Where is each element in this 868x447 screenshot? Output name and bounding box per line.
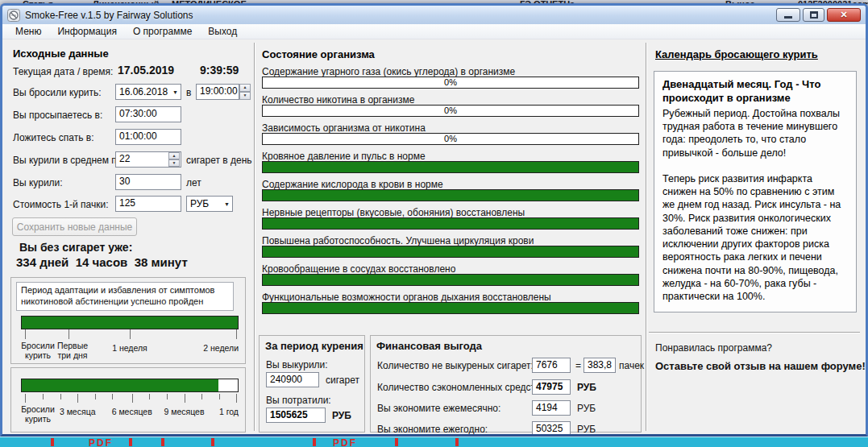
pdf-icon-fragment	[51, 438, 54, 446]
body-state-bar: 0%	[262, 77, 639, 89]
bar-fill	[263, 218, 638, 229]
adaptation-note: Период адаптации и избавления от симптом…	[16, 282, 234, 311]
calendar-entry-box: Двенадцатый месяц. Год - Что происходит …	[654, 71, 857, 312]
quit-conj-label: в	[186, 87, 191, 98]
maximize-button[interactable]	[803, 8, 824, 22]
body-state-bar	[262, 302, 639, 314]
bar-percent: 0%	[263, 106, 638, 115]
timeline-1y-bar	[21, 379, 239, 392]
packs-field: 383,8	[584, 358, 616, 373]
menu-item-exit[interactable]: Выход	[200, 24, 245, 39]
finance-row-label: Вы экономите ежемесячно:	[377, 403, 500, 414]
spinner-up-icon: ▲	[168, 152, 180, 159]
currency-value: РУБ	[190, 198, 209, 209]
tick-label: 2 недели	[203, 343, 239, 353]
body-state-label: Содержание угарного газа (окись углерода…	[262, 66, 515, 77]
sleep-time-field[interactable]: 01:00:00	[115, 129, 181, 145]
bar-fill	[263, 275, 638, 285]
year-timeline-group: Бросили курить 3 месяца 6 месяцев 9 меся…	[10, 367, 246, 433]
timeline-1y-fill	[22, 379, 218, 391]
quit-date-label: Вы бросили курить:	[13, 87, 102, 98]
packs-unit: пачек	[619, 360, 644, 371]
tick-label: 1 неделя	[112, 343, 147, 353]
quit-date-combobox[interactable]: 16.06.2018 ▼	[115, 84, 181, 100]
smoked-unit: сигарет	[326, 375, 359, 386]
finance-title: Финансовая выгода	[376, 340, 482, 352]
finance-row-label: Количество не выкуреных сигарет:	[377, 360, 534, 371]
minimize-button[interactable]	[776, 8, 800, 22]
finance-row-label: Вы экономите ежегодно:	[377, 424, 488, 434]
bar-fill	[263, 246, 638, 257]
years-smoked-field[interactable]: 30	[115, 174, 181, 190]
titlebar: Smoke-Free v.1.5 by Fairway Solutions ✕	[2, 6, 866, 24]
currency-combobox[interactable]: РУБ ▼	[186, 196, 233, 212]
menu-item-information[interactable]: Информация	[49, 24, 124, 39]
bar-fill	[263, 303, 638, 313]
close-button[interactable]: ✕	[827, 8, 861, 22]
pdf-icon-label: PDF	[89, 437, 113, 447]
avg-cigarettes-spinner[interactable]: ▲ ▼	[168, 152, 180, 167]
body-state-label: Зависимость организма от никотина	[262, 122, 426, 134]
spinner-up-icon: ▲	[239, 84, 251, 92]
window-title: Smoke-Free v.1.5 by Fairway Solutions	[25, 10, 776, 21]
body-state-label: Нервные рецепторы (вкусовые, обоняния) в…	[262, 207, 525, 218]
menu-item-menu[interactable]: Меню	[7, 24, 49, 39]
monthly-savings-field[interactable]: 4194	[532, 400, 571, 416]
current-time: 9:39:59	[200, 64, 239, 77]
current-datetime-label: Текущая дата / время:	[13, 66, 113, 77]
feedback-question: Понравилась программа?	[655, 342, 772, 354]
body-state-bar	[262, 274, 639, 286]
tick-label: 3 месяца	[60, 407, 96, 416]
tick-label: 9 месяцев	[164, 407, 204, 416]
body-state-bar: 0%	[262, 105, 639, 117]
body-state-bar	[262, 161, 639, 173]
calendar-paragraph: Теперь риск развития инфаркта снижен на …	[662, 172, 848, 304]
tick-label: 6 месяцев	[112, 407, 152, 416]
yearly-savings-field[interactable]: 50325	[532, 421, 571, 434]
body-state-bar	[262, 189, 639, 201]
avg-cigarettes-suffix: сигарет в день	[186, 155, 252, 166]
close-icon: ✕	[840, 10, 847, 20]
pdf-icon-fragment	[161, 438, 164, 446]
pdf-icon-fragment	[211, 438, 214, 446]
finance-group: Финансовая выгода Количество не выкурены…	[370, 335, 642, 433]
quit-time-field[interactable]: 19:00:00	[196, 84, 239, 100]
spinner-down-icon: ▼	[168, 159, 180, 167]
pdf-icon-fragment	[129, 438, 132, 446]
unsmoked-cigarettes-field[interactable]: 7676	[532, 358, 571, 373]
body-state-label: Содержание кислорода в крови в норме	[262, 179, 443, 190]
body-state-label: Количество никотина в организме	[262, 94, 414, 106]
spent-value-field[interactable]: 1505625	[266, 408, 326, 423]
smoking-period-group: За период курения Вы выкурили: 240900 си…	[259, 335, 365, 433]
chevron-down-icon: ▼	[172, 89, 178, 95]
tick-label: 1 год	[219, 407, 239, 416]
maximize-icon	[810, 11, 818, 19]
pack-price-label: Стоимость 1-й пачки:	[13, 199, 109, 210]
pack-price-field[interactable]: 125	[115, 196, 181, 212]
app-window: Smoke-Free v.1.5 by Fairway Solutions ✕ …	[0, 3, 868, 437]
calendar-entry-title: Двенадцатый месяц. Год - Что происходит …	[662, 78, 848, 106]
right-panel-separator	[649, 332, 860, 333]
since-title: Вы без сигарет уже:	[19, 241, 132, 254]
save-button[interactable]: Сохранить новые данные	[12, 217, 137, 236]
avg-cigarettes-label: Вы курили в среднем по:	[13, 155, 125, 166]
bar-percent: 0%	[263, 134, 638, 143]
client-area: Исходные данные Текущая дата / время: 17…	[2, 39, 866, 434]
saved-money-field[interactable]: 47975	[532, 379, 571, 395]
quit-date-value: 16.06.2018	[119, 86, 168, 97]
menu-item-about[interactable]: О программе	[125, 24, 200, 39]
tick-label: Первые три дня	[53, 341, 92, 360]
desktop-strip: PDF PDF	[0, 437, 868, 447]
bar-percent: 0%	[263, 77, 638, 87]
body-state-bar: 0%	[262, 133, 639, 145]
timeline-1y-axis: Бросили курить 3 месяца 6 месяцев 9 меся…	[21, 392, 239, 429]
window-controls: ✕	[776, 8, 861, 22]
quit-time-spinner[interactable]: ▲ ▼	[239, 84, 251, 100]
wake-time-field[interactable]: 07:30:00	[115, 106, 181, 122]
smoked-value-field[interactable]: 240900	[266, 372, 319, 387]
wake-time-label: Вы просыпаетесь в:	[13, 110, 102, 121]
pdf-icon-fragment	[313, 438, 316, 446]
bar-fill	[263, 162, 638, 172]
body-state-label: Кровообращение в сосудах восстановлено	[262, 263, 455, 275]
tick-label: Бросили курить	[19, 404, 56, 424]
